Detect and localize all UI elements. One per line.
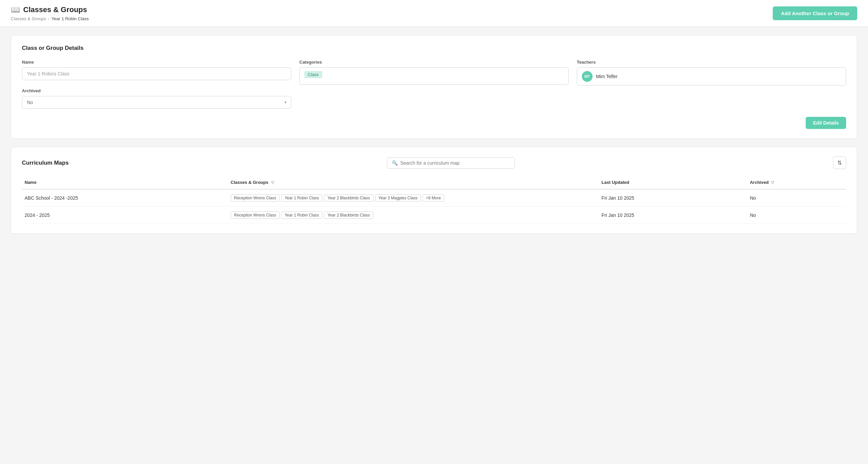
- search-icon: 🔍: [392, 160, 398, 166]
- group-tag-2: Year 2 Blackbirds Class: [324, 194, 373, 202]
- archived-filter-icon[interactable]: ▽: [771, 180, 774, 185]
- row-groups-0: Reception Wrens ClassYear 1 Robin ClassY…: [228, 189, 599, 207]
- archived-select[interactable]: No Yes: [22, 96, 291, 109]
- name-field-group: Name Archived No Yes ▾: [22, 60, 291, 109]
- table-row: 2024 - 2025Reception Wrens ClassYear 1 R…: [22, 207, 846, 224]
- group-tag-2: Year 2 Blackbirds Class: [324, 212, 373, 219]
- add-class-button[interactable]: Add Another Class or Group: [773, 6, 857, 20]
- curriculum-header: Curriculum Maps 🔍 ⇅: [22, 157, 846, 169]
- card-footer: Edit Details: [22, 117, 846, 129]
- col-header-updated: Last Updated: [599, 176, 747, 189]
- avatar: MT: [582, 71, 593, 82]
- group-tags: Reception Wrens ClassYear 1 Robin ClassY…: [230, 194, 596, 202]
- breadcrumb-current: Year 1 Robin Class: [52, 16, 89, 21]
- row-updated-0: Fri Jan 10 2025: [599, 189, 747, 207]
- curriculum-maps-card: Curriculum Maps 🔍 ⇅ Name Classes & Group…: [11, 147, 857, 234]
- group-tag-0: Reception Wrens Class: [230, 194, 279, 202]
- main-content: Class or Group Details Name Archived No …: [0, 27, 868, 250]
- categories-box: Class: [299, 67, 569, 85]
- book-icon: 📖: [11, 5, 20, 14]
- col-header-groups: Classes & Groups ▽: [228, 176, 599, 189]
- name-label: Name: [22, 60, 291, 65]
- page-header: 📖 Classes & Groups Classes & Groups › Ye…: [0, 0, 868, 27]
- details-card: Class or Group Details Name Archived No …: [11, 35, 857, 139]
- category-tag: Class: [304, 71, 322, 78]
- col-header-archived: Archived ▽: [747, 176, 846, 189]
- categories-label: Categories: [299, 60, 569, 65]
- page-title-area: 📖 Classes & Groups Classes & Groups › Ye…: [11, 5, 89, 21]
- search-bar: 🔍: [387, 157, 515, 169]
- row-groups-1: Reception Wrens ClassYear 1 Robin ClassY…: [228, 207, 599, 224]
- archived-label: Archived: [22, 88, 291, 93]
- col-header-name: Name: [22, 176, 228, 189]
- curriculum-maps-table: Name Classes & Groups ▽ Last Updated Arc…: [22, 176, 846, 224]
- edit-details-button[interactable]: Edit Details: [806, 117, 846, 129]
- group-tag-4: +9 More: [423, 194, 444, 202]
- details-card-title: Class or Group Details: [22, 45, 846, 52]
- teachers-label: Teachers: [577, 60, 846, 65]
- breadcrumb-parent[interactable]: Classes & Groups: [11, 16, 46, 21]
- sort-button[interactable]: ⇅: [833, 157, 846, 169]
- table-header-row: Name Classes & Groups ▽ Last Updated Arc…: [22, 176, 846, 189]
- group-tag-1: Year 1 Robin Class: [281, 194, 322, 202]
- group-tag-3: Year 3 Magpies Class: [375, 194, 421, 202]
- breadcrumb: Classes & Groups › Year 1 Robin Class: [11, 16, 89, 21]
- row-name-0: ABC School - 2024 -2025: [22, 189, 228, 207]
- teachers-box: MT Mim Telfer: [577, 67, 846, 86]
- table-row: ABC School - 2024 -2025Reception Wrens C…: [22, 189, 846, 207]
- row-updated-1: Fri Jan 10 2025: [599, 207, 747, 224]
- teacher-name: Mim Telfer: [596, 74, 618, 79]
- group-tag-0: Reception Wrens Class: [230, 212, 279, 219]
- name-input[interactable]: [22, 67, 291, 80]
- group-tags: Reception Wrens ClassYear 1 Robin ClassY…: [230, 212, 596, 219]
- group-tag-1: Year 1 Robin Class: [281, 212, 322, 219]
- breadcrumb-separator: ›: [48, 17, 50, 21]
- curriculum-search-input[interactable]: [400, 160, 510, 166]
- teachers-field-group: Teachers MT Mim Telfer: [577, 60, 846, 109]
- page-title: 📖 Classes & Groups: [11, 5, 89, 14]
- form-grid: Name Archived No Yes ▾ Categories: [22, 60, 846, 109]
- groups-filter-icon[interactable]: ▽: [271, 180, 274, 185]
- curriculum-maps-title: Curriculum Maps: [22, 160, 69, 166]
- row-archived-0: No: [747, 189, 846, 207]
- page-title-text: Classes & Groups: [23, 5, 87, 14]
- archived-select-wrapper: No Yes ▾: [22, 96, 291, 109]
- row-name-1: 2024 - 2025: [22, 207, 228, 224]
- categories-field-group: Categories Class: [299, 60, 569, 109]
- row-archived-1: No: [747, 207, 846, 224]
